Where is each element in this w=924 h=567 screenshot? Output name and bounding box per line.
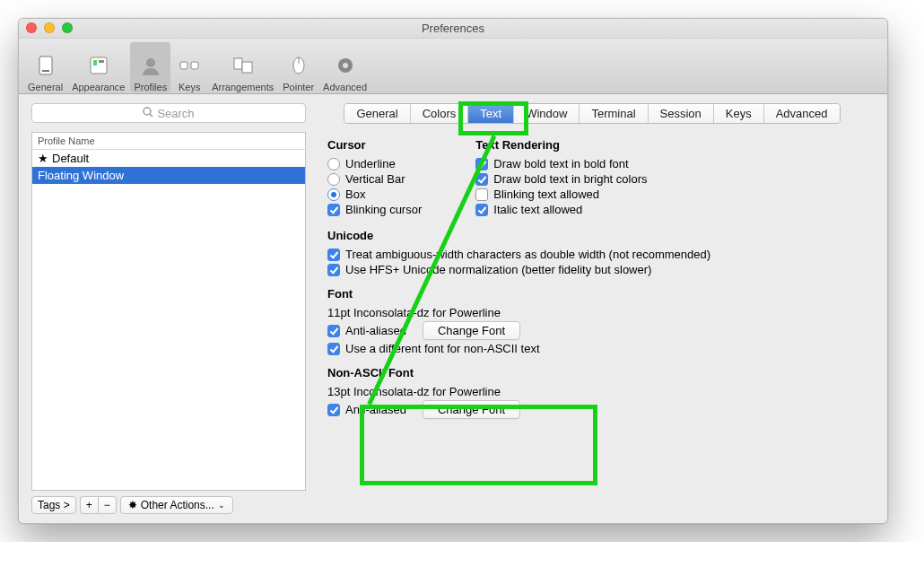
tab-window[interactable]: Window: [514, 104, 580, 123]
profile-list-header: Profile Name: [32, 133, 305, 150]
search-input[interactable]: Search: [31, 103, 306, 123]
star-icon: ★: [38, 152, 48, 165]
svg-rect-1: [42, 70, 49, 72]
nonascii-font-group: Non-ASCII Font 13pt Inconsolata-dz for P…: [327, 366, 857, 419]
add-profile-button[interactable]: +: [80, 496, 98, 514]
zoom-icon[interactable]: [62, 22, 73, 33]
keys-icon: [176, 52, 203, 79]
nonascii-anti-aliased[interactable]: Anti-aliased: [327, 403, 406, 416]
titlebar: Preferences: [19, 19, 887, 39]
use-different-nonascii[interactable]: Use a different font for non-ASCII text: [327, 342, 857, 355]
cursor-underline[interactable]: Underline: [327, 157, 422, 170]
remove-profile-button[interactable]: −: [98, 496, 117, 514]
profile-list[interactable]: Profile Name ★ Default Floating Window: [31, 132, 306, 491]
tags-button[interactable]: Tags >: [31, 496, 76, 514]
appearance-icon: [85, 52, 112, 79]
sidebar-bottom-bar: Tags > + − ✸ Other Actions... ⌄: [31, 496, 306, 514]
minimize-icon[interactable]: [44, 22, 55, 33]
toolbar-advanced[interactable]: Advanced: [319, 42, 370, 92]
blinking-text[interactable]: Blinking text allowed: [475, 188, 647, 201]
svg-rect-4: [99, 60, 104, 63]
chevron-down-icon: ⌄: [218, 501, 225, 510]
tab-keys[interactable]: Keys: [714, 104, 764, 123]
other-actions-button[interactable]: ✸ Other Actions... ⌄: [120, 496, 233, 514]
toolbar-pointer[interactable]: Pointer: [279, 42, 318, 92]
change-font-button[interactable]: Change Font: [423, 321, 520, 340]
svg-rect-7: [191, 62, 198, 69]
content-area: General Colors Text Window Terminal Sess…: [315, 94, 887, 523]
bold-in-bold-font[interactable]: Draw bold text in bold font: [475, 157, 647, 170]
general-icon: [32, 52, 59, 79]
hfs-normalization[interactable]: Use HFS+ Unicode normalization (better f…: [327, 263, 857, 276]
nonascii-font-description: 13pt Inconsolata-dz for Powerline: [327, 385, 857, 398]
toolbar-profiles[interactable]: Profiles: [130, 42, 170, 92]
toolbar-general[interactable]: General: [24, 42, 66, 92]
tab-session[interactable]: Session: [649, 104, 714, 123]
italic-allowed[interactable]: Italic text allowed: [475, 203, 647, 216]
cursor-box[interactable]: Box: [327, 188, 422, 201]
gear-icon: ✸: [128, 499, 137, 511]
arrangements-icon: [230, 52, 257, 79]
ambiguous-width[interactable]: Treat ambiguous-width characters as doub…: [327, 248, 857, 261]
search-icon: [143, 107, 153, 120]
font-description: 11pt Inconsolata-dz for Powerline: [327, 306, 857, 319]
toolbar-arrangements[interactable]: Arrangements: [208, 42, 277, 92]
gear-icon: [332, 52, 359, 79]
tab-advanced[interactable]: Advanced: [764, 104, 840, 123]
cursor-vertical[interactable]: Vertical Bar: [327, 172, 422, 186]
svg-point-5: [146, 58, 155, 67]
toolbar-appearance[interactable]: Appearance: [68, 42, 128, 92]
profiles-icon: [137, 52, 164, 79]
tab-colors[interactable]: Colors: [411, 104, 469, 123]
blinking-cursor[interactable]: Blinking cursor: [327, 203, 422, 216]
tab-text[interactable]: Text: [468, 104, 514, 123]
text-rendering-group: Text Rendering Draw bold text in bold fo…: [475, 138, 647, 218]
svg-rect-8: [234, 58, 242, 69]
window-controls: [26, 22, 73, 33]
window-title: Preferences: [422, 22, 484, 35]
svg-point-14: [144, 108, 151, 115]
toolbar-keys[interactable]: Keys: [172, 42, 206, 92]
profile-tabs: General Colors Text Window Terminal Sess…: [315, 103, 869, 124]
change-nonascii-font-button[interactable]: Change Font: [423, 400, 520, 419]
svg-rect-6: [180, 62, 187, 69]
unicode-group: Unicode Treat ambiguous-width characters…: [327, 229, 857, 276]
main-toolbar: General Appearance Profiles Keys Arrange…: [19, 39, 887, 94]
text-panel: Cursor Underline Vertical Bar Box Blinki…: [315, 133, 869, 435]
font-anti-aliased[interactable]: Anti-aliased: [327, 324, 406, 337]
svg-rect-9: [242, 62, 252, 73]
svg-rect-3: [93, 60, 97, 65]
close-icon[interactable]: [26, 22, 37, 33]
bold-in-bright[interactable]: Draw bold text in bright colors: [475, 172, 647, 186]
svg-point-13: [343, 63, 348, 68]
svg-rect-2: [91, 57, 107, 74]
sidebar: Search Profile Name ★ Default Floating W…: [19, 94, 315, 523]
svg-line-15: [150, 114, 153, 117]
preferences-window: Preferences General Appearance Profiles …: [18, 18, 888, 524]
cursor-group: Cursor Underline Vertical Bar Box Blinki…: [327, 138, 422, 218]
font-group: Font 11pt Inconsolata-dz for Powerline A…: [327, 287, 857, 355]
tab-general[interactable]: General: [344, 104, 410, 123]
list-item[interactable]: ★ Default: [32, 150, 305, 167]
pointer-icon: [285, 52, 312, 79]
list-item[interactable]: Floating Window: [32, 167, 305, 184]
tab-terminal[interactable]: Terminal: [580, 104, 648, 123]
